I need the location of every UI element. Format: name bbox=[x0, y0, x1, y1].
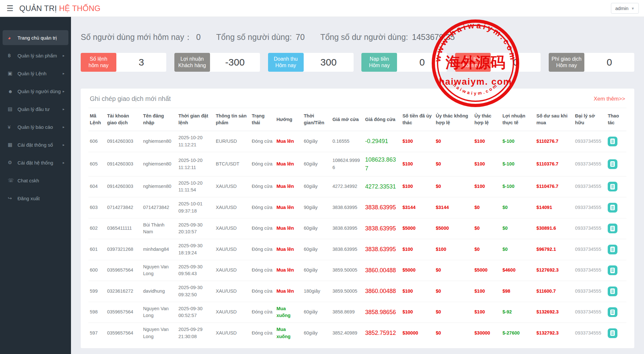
cell-balance: $11600.7 bbox=[535, 281, 574, 302]
document-list-icon bbox=[610, 161, 615, 167]
gauge-icon: ◕ bbox=[8, 35, 18, 41]
cell-order-id: 597 bbox=[88, 323, 106, 344]
cell-valid-escrow: $100 bbox=[473, 281, 501, 302]
topbar: ☰ QUẢN TRỊ HỆ THỐNG admin ▼ bbox=[0, 0, 644, 17]
cell-action bbox=[606, 176, 626, 197]
order-detail-button[interactable] bbox=[608, 182, 617, 191]
stat-value: 70 bbox=[296, 32, 305, 42]
chevron-right-icon: ▸ bbox=[63, 54, 64, 58]
cell-duration: 60giây bbox=[302, 323, 331, 344]
cell-close-price: 3838.63995 bbox=[364, 197, 401, 218]
sidebar-item-products[interactable]: ฿Quản lý sản phẩm▸ bbox=[3, 48, 68, 63]
col-header-6: Hướng bbox=[275, 108, 302, 131]
cell-order-id: 598 bbox=[88, 302, 106, 323]
col-header-14: Số dư sau khi mua bbox=[535, 108, 574, 131]
cell-invalid-escrow: $0 bbox=[434, 176, 473, 197]
sidebar-item-label: Cài đặt hệ thống bbox=[18, 160, 63, 165]
order-detail-button[interactable] bbox=[608, 287, 617, 296]
cell-open-price: 108624.99996 bbox=[331, 152, 364, 176]
stat-card-0: Số lệnh hôm nay3 bbox=[81, 53, 166, 72]
document-list-icon bbox=[610, 205, 615, 210]
cell-time: 2025-10-20 11:11:54 bbox=[177, 176, 215, 197]
document-list-icon bbox=[610, 247, 615, 252]
cell-close-price: 3838.63995 bbox=[364, 218, 401, 239]
sidebar: ◕Trang chủ quản trị฿Quản lý sản phẩm▸▣Qu… bbox=[0, 17, 71, 354]
hamburger-menu-icon[interactable]: ☰ bbox=[6, 5, 14, 12]
cell-valid-escrow: $0 bbox=[473, 197, 501, 218]
stat-card-label: Số lệnh hôm nay bbox=[81, 53, 116, 72]
table-row: 5990323616272davidhung2025-09-30 09:32:5… bbox=[88, 281, 626, 302]
stat-card-3: Nạp tiền Hôm nay0 bbox=[361, 53, 447, 72]
order-detail-button[interactable] bbox=[608, 265, 617, 275]
cell-balance: $14091 bbox=[535, 197, 574, 218]
cell-duration: 60giây bbox=[302, 302, 331, 323]
cell-duration: 60giây bbox=[302, 218, 331, 239]
col-header-7: Thời gian/Tiền bbox=[302, 108, 331, 131]
order-detail-button[interactable] bbox=[608, 137, 617, 146]
cell-invalid-escrow: $0 bbox=[434, 131, 473, 152]
sidebar-item-chat[interactable]: ☏Chat cskh bbox=[3, 173, 68, 188]
sidebar-item-label: Đăng xuất bbox=[18, 196, 64, 201]
order-detail-button[interactable] bbox=[608, 203, 617, 213]
document-list-icon bbox=[610, 226, 615, 231]
order-detail-button[interactable] bbox=[608, 224, 617, 233]
sidebar-item-label: Chat cskh bbox=[18, 178, 64, 183]
cell-action bbox=[606, 239, 626, 260]
cell-account: 0323616272 bbox=[106, 281, 142, 302]
cell-account: 0397321268 bbox=[106, 239, 142, 260]
sidebar-item-users[interactable]: ☻Quản lý người dùng▸ bbox=[3, 84, 68, 99]
cell-duration: 60giây bbox=[302, 131, 331, 152]
cell-agent: 0933734555 bbox=[574, 281, 606, 302]
cell-agent: 0933734555 bbox=[574, 302, 606, 323]
user-icon: ☻ bbox=[8, 89, 18, 94]
order-detail-button[interactable] bbox=[608, 328, 617, 338]
stat-card-label: Nạp tiền Hôm nay bbox=[361, 53, 397, 72]
stat-card-4: Rút tiền Hôm nay0 bbox=[455, 53, 541, 72]
logout-icon: ↪ bbox=[8, 195, 18, 201]
sidebar-item-reports[interactable]: ¥Quản lý báo cáo▸ bbox=[3, 119, 68, 134]
sidebar-item-orders[interactable]: ▣Quản lý Lệnh▸ bbox=[3, 66, 68, 81]
cell-open-price: 3838.63995 bbox=[331, 197, 364, 218]
cell-username: davidhung bbox=[142, 281, 177, 302]
user-menu-button[interactable]: admin ▼ bbox=[611, 3, 639, 14]
sidebar-item-parameters[interactable]: ▦Cài đặt thông số▸ bbox=[3, 137, 68, 152]
cell-username: Nguyen Van Long bbox=[142, 323, 177, 344]
order-detail-button[interactable] bbox=[608, 307, 617, 317]
cell-time: 2025-09-29 21:30:08 bbox=[177, 323, 215, 344]
cell-direction: Mua lên bbox=[275, 218, 302, 239]
table-row: 6000359657564Nguyen Van Long2025-09-30 0… bbox=[88, 260, 626, 281]
cell-duration: 60giây bbox=[302, 260, 331, 281]
stat-card-label: Doanh thu Hôm nay bbox=[268, 53, 304, 72]
transactions-table: Mã LệnhTài khoản giao dịchTên đăng nhậpT… bbox=[88, 108, 626, 344]
sidebar-item-logout[interactable]: ↪Đăng xuất bbox=[3, 191, 68, 206]
cell-action bbox=[606, 131, 626, 152]
cell-valid-escrow: $5000 bbox=[473, 260, 501, 281]
cell-profit: $98 bbox=[501, 281, 535, 302]
cell-username: nghiemsen80 bbox=[142, 152, 177, 176]
cell-username: minhdang84 bbox=[142, 239, 177, 260]
stat-card-value: 3 bbox=[116, 53, 166, 72]
chevron-right-icon: ▸ bbox=[63, 161, 64, 165]
cell-status: Đóng cửa bbox=[251, 323, 275, 344]
cell-account: 0359657564 bbox=[106, 260, 142, 281]
cell-close-price: 3852.75912 bbox=[364, 323, 401, 344]
cell-valid-escrow: $0 bbox=[473, 239, 501, 260]
cell-order-id: 602 bbox=[88, 218, 106, 239]
cell-valid-escrow: $100 bbox=[473, 152, 501, 176]
sidebar-item-dashboard[interactable]: ◕Trang chủ quản trị bbox=[3, 30, 68, 45]
cell-profit: $-100 bbox=[501, 152, 535, 176]
cell-direction: Mua lên bbox=[275, 239, 302, 260]
sidebar-item-label: Quản lý báo cáo bbox=[18, 124, 63, 130]
cell-action bbox=[606, 260, 626, 281]
stat-1: Tổng số người dùng:70 bbox=[216, 32, 305, 42]
view-more-link[interactable]: Xem thêm>> bbox=[594, 96, 625, 102]
order-detail-button[interactable] bbox=[608, 159, 617, 169]
sidebar-item-system[interactable]: ⚙Cài đặt hệ thống▸ bbox=[3, 155, 68, 170]
stat-label: Số người dùng mới hôm nay： bbox=[81, 32, 192, 43]
cell-invalid-escrow: $0 bbox=[434, 260, 473, 281]
col-header-2: Tên đăng nhập bbox=[142, 108, 177, 131]
table-row: 6020365411111Bùi Thành Nam2025-09-30 20:… bbox=[88, 218, 626, 239]
sidebar-item-investment[interactable]: ▤Quản lý đầu tư▸ bbox=[3, 102, 68, 116]
cell-status: Đóng cửa bbox=[251, 239, 275, 260]
order-detail-button[interactable] bbox=[608, 245, 617, 254]
